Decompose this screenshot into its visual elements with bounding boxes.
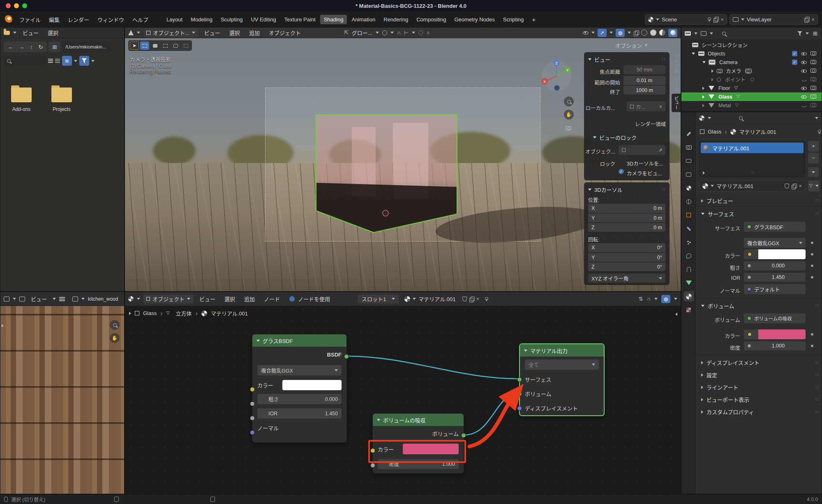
panel-custom-properties[interactable]: カスタムプロパティ∷ bbox=[701, 408, 754, 416]
tab-modeling[interactable]: Modeling bbox=[187, 15, 216, 24]
outliner-row-point-light[interactable]: ポイント bbox=[681, 75, 822, 84]
node-menu-node[interactable]: ノード bbox=[261, 294, 283, 304]
gizmos-toggle[interactable]: ↗ bbox=[598, 29, 607, 37]
decorator-dot[interactable] bbox=[811, 345, 813, 347]
file-search-input[interactable] bbox=[4, 55, 46, 66]
tool-select-circle[interactable] bbox=[150, 41, 159, 50]
tab-scripting[interactable]: Scripting bbox=[499, 15, 528, 24]
node-menu-view[interactable]: ビュー bbox=[196, 294, 218, 304]
remove-slot-button[interactable]: − bbox=[808, 153, 819, 163]
search-icon[interactable] bbox=[739, 116, 743, 120]
filter-icon[interactable] bbox=[797, 31, 802, 36]
nav-back-button[interactable]: ← bbox=[5, 43, 16, 51]
viewport-menu-object[interactable]: オブジェクト bbox=[266, 28, 304, 37]
color-swatch-white[interactable] bbox=[282, 380, 342, 390]
cursor-rot-z[interactable]: Z0° bbox=[588, 262, 665, 271]
image-editor-icon[interactable] bbox=[4, 297, 9, 301]
camera-view-button[interactable] bbox=[566, 126, 571, 130]
folder-item-projects[interactable]: Projects bbox=[48, 87, 75, 112]
snap-magnet-icon[interactable]: ∩ bbox=[397, 30, 401, 36]
create-folder-button[interactable]: ⊞ bbox=[48, 41, 60, 52]
outliner-row-floor[interactable]: Floor bbox=[681, 84, 822, 92]
overlays-toggle[interactable]: ◍ bbox=[661, 295, 670, 303]
camera-to-view-checkbox[interactable]: ✓ bbox=[619, 169, 624, 174]
overlays-toggle[interactable]: ◍ bbox=[616, 29, 625, 37]
socket-volume-output[interactable] bbox=[461, 433, 466, 438]
viewport-menu-add[interactable]: 追加 bbox=[246, 28, 263, 37]
menu-help[interactable]: ヘルプ bbox=[129, 14, 152, 25]
tab-compositing[interactable]: Compositing bbox=[413, 15, 450, 24]
menu-render[interactable]: レンダー bbox=[64, 14, 93, 25]
tab-texture-paint[interactable]: Texture Paint bbox=[281, 15, 319, 24]
cursor-loc-z[interactable]: Z0 m bbox=[588, 223, 665, 232]
npanel-tab-tool[interactable]: ツール bbox=[672, 75, 681, 94]
view-lock-subpanel-header[interactable]: ビューのロック bbox=[593, 133, 637, 141]
tab-physics-icon[interactable] bbox=[683, 251, 694, 261]
color-swatch-pink[interactable] bbox=[758, 329, 806, 339]
nav-arrows-icon[interactable]: ⇅ bbox=[639, 296, 643, 302]
focal-length-field[interactable]: 50 mm bbox=[623, 65, 665, 74]
tool-select-box[interactable] bbox=[140, 41, 149, 50]
socket-roughness-input[interactable] bbox=[250, 401, 255, 406]
file-browser-editor-icon[interactable] bbox=[4, 31, 10, 35]
distribution-dropdown[interactable]: 複合散乱GGX bbox=[257, 365, 342, 375]
blender-logo-icon[interactable] bbox=[4, 15, 12, 23]
folder-item-addons[interactable]: Add-ons bbox=[8, 87, 35, 112]
snap-magnet-icon[interactable]: ∩ bbox=[647, 296, 651, 302]
pin-icon[interactable] bbox=[484, 297, 488, 301]
viewport-3d[interactable]: オブジェクト... ビュー 選択 追加 オブジェクト ⇱ グロー... ∩ ⊢ … bbox=[125, 27, 681, 292]
display-horizontal-list-button[interactable] bbox=[55, 59, 60, 63]
fake-user-icon[interactable] bbox=[785, 184, 789, 189]
menu-edit[interactable]: 編集 bbox=[45, 14, 63, 25]
nav-up-button[interactable]: ↑ bbox=[28, 43, 35, 51]
tab-viewlayer-icon[interactable] bbox=[683, 169, 694, 180]
pan-hand-button[interactable]: ✋ bbox=[110, 333, 120, 343]
ior-field[interactable]: 1.450 bbox=[744, 273, 806, 282]
outliner-row-objects[interactable]: Objects ✓ bbox=[681, 49, 822, 58]
new-viewlayer-icon[interactable] bbox=[804, 17, 809, 22]
eyedropper-icon[interactable]: ✎ bbox=[658, 148, 663, 152]
new-collection-button[interactable]: ⊞ bbox=[812, 30, 818, 37]
socket-displacement-input[interactable] bbox=[517, 406, 522, 411]
menu-icon[interactable] bbox=[59, 297, 65, 301]
socket-volume-input[interactable] bbox=[517, 391, 522, 396]
material-slot-selected[interactable]: マテリアル.001 bbox=[701, 143, 804, 153]
viewport-editor-icon[interactable] bbox=[128, 30, 134, 35]
viewport-menu-view[interactable]: ビュー bbox=[201, 28, 223, 37]
tab-animation[interactable]: Animation bbox=[348, 15, 379, 24]
material-datablock[interactable]: マテリアル.001 × bbox=[699, 180, 805, 191]
close-icon[interactable]: × bbox=[720, 16, 724, 23]
viewlayer-selector[interactable]: ViewLayer × bbox=[730, 14, 818, 25]
decorator-dot[interactable] bbox=[811, 242, 813, 244]
socket-color-input[interactable] bbox=[250, 387, 255, 392]
add-workspace-button[interactable]: + bbox=[528, 14, 539, 25]
volume-color-field[interactable] bbox=[744, 329, 806, 339]
zoom-button[interactable] bbox=[110, 320, 120, 330]
panel-lineart[interactable]: ラインアート∷ bbox=[701, 383, 738, 391]
unlink-icon[interactable]: × bbox=[799, 183, 802, 189]
viewport-options-button[interactable]: オプション bbox=[615, 41, 648, 49]
socket-normal-input[interactable] bbox=[250, 430, 255, 435]
xray-toggle[interactable] bbox=[634, 30, 638, 35]
decorator-dot[interactable] bbox=[811, 265, 813, 267]
add-slot-button[interactable]: + bbox=[808, 141, 819, 152]
roughness-field[interactable]: 粗さ0.000 bbox=[257, 394, 342, 404]
tab-shading[interactable]: Shading bbox=[320, 15, 347, 24]
tab-uv-editing[interactable]: UV Editing bbox=[247, 15, 279, 24]
decorator-dot[interactable] bbox=[811, 276, 813, 278]
tab-output-icon[interactable] bbox=[683, 156, 694, 166]
pin-icon[interactable] bbox=[707, 17, 711, 21]
surface-shader-field[interactable]: グラスBSDF bbox=[744, 222, 806, 232]
nav-refresh-button[interactable]: ↻ bbox=[36, 43, 46, 51]
surface-color-field[interactable] bbox=[744, 249, 806, 259]
ior-field[interactable]: IOR1.450 bbox=[257, 408, 342, 419]
search-icon[interactable] bbox=[722, 32, 726, 35]
volume-shader-field[interactable]: ボリュームの吸収 bbox=[744, 313, 806, 323]
local-camera-field[interactable]: カ... × bbox=[627, 101, 665, 111]
unlink-icon[interactable]: × bbox=[476, 296, 480, 302]
tab-particles-icon[interactable] bbox=[683, 237, 694, 247]
local-camera-checkbox[interactable] bbox=[619, 103, 624, 108]
file-browser-menu-select[interactable]: 選択 bbox=[45, 28, 61, 37]
tool-select-lasso[interactable] bbox=[161, 41, 170, 50]
traffic-minimize-button[interactable] bbox=[14, 3, 19, 8]
